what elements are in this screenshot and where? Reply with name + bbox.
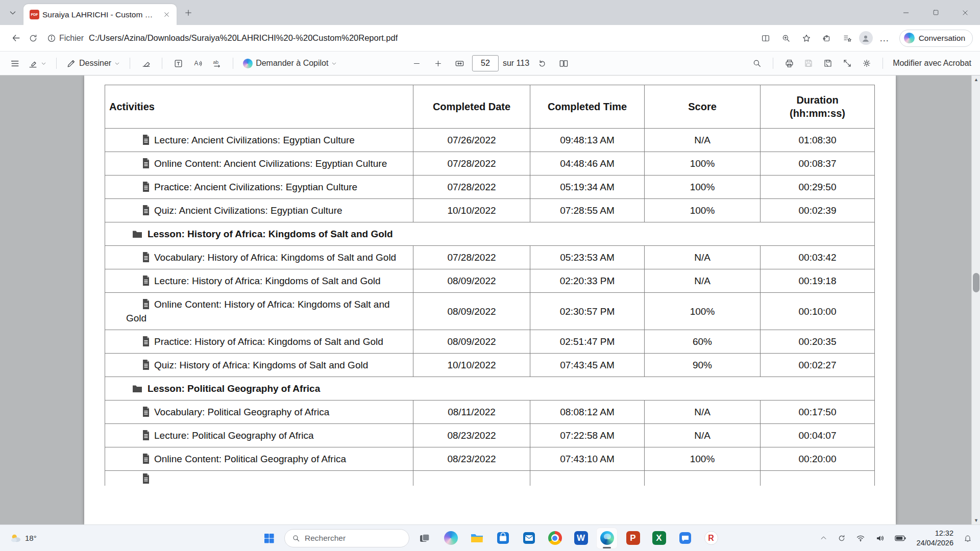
back-button[interactable] [7, 30, 24, 47]
completed-date-cell: 07/28/2022 [413, 152, 530, 176]
pdf-scrollbar[interactable]: ▲ ▼ [971, 76, 980, 524]
task-view-button[interactable] [414, 528, 435, 549]
minimize-icon [902, 9, 910, 16]
clock-time: 12:32 [916, 529, 953, 538]
scrollbar-thumb[interactable] [973, 273, 979, 292]
add-text-button[interactable] [169, 55, 187, 72]
read-aloud-button[interactable]: A [189, 55, 206, 72]
clock[interactable]: 12:32 24/04/2026 [914, 528, 955, 548]
document-icon [142, 299, 150, 309]
rotate-button[interactable] [533, 55, 551, 72]
volume-button[interactable] [873, 532, 887, 544]
zoom-button[interactable] [777, 30, 795, 47]
hidden-icons-button[interactable] [818, 532, 829, 544]
battery-button[interactable] [893, 533, 908, 544]
split-screen-button[interactable] [757, 30, 774, 47]
completed-date-cell: 08/23/2022 [413, 424, 530, 447]
wifi-icon [856, 534, 865, 542]
edge-button[interactable] [596, 528, 618, 549]
profile-avatar[interactable] [859, 31, 873, 45]
search-document-button[interactable] [748, 55, 766, 72]
split-screen-icon [761, 34, 770, 43]
save-as-button[interactable] [819, 55, 837, 72]
completed-date-cell: 10/10/2022 [413, 199, 530, 222]
save-button[interactable] [800, 55, 817, 72]
page-view-button[interactable] [555, 55, 572, 72]
favorites-button[interactable] [798, 30, 815, 47]
completed-date-cell: 07/28/2022 [413, 176, 530, 199]
weather-widget-button[interactable]: 18° [6, 531, 41, 545]
url-field[interactable]: Fichier C:/Users/Azina/Downloads/Suraiya… [47, 33, 757, 43]
refresh-icon [29, 34, 38, 43]
zoom-in-button[interactable] [429, 55, 447, 72]
print-button[interactable] [780, 55, 798, 72]
extensions-button[interactable] [818, 30, 836, 47]
edit-with-acrobat-button[interactable]: Modifier avec Acrobat [890, 55, 974, 72]
activity-name: Practice: History of Africa: Kingdoms of… [154, 336, 383, 347]
pdf-settings-button[interactable] [858, 55, 875, 72]
refresh-button[interactable] [24, 30, 42, 47]
page-count-label: sur 113 [503, 59, 529, 68]
close-window-button[interactable] [950, 0, 980, 25]
taskbar-search-button[interactable]: Rechercher [284, 529, 409, 547]
save-icon [804, 59, 813, 68]
copilot-icon [243, 59, 253, 68]
excel-button[interactable]: X [648, 528, 670, 549]
minimize-button[interactable] [891, 0, 921, 25]
tab-actions-menu-button[interactable] [4, 4, 21, 21]
settings-more-button[interactable]: … [876, 30, 893, 47]
highlight-button[interactable] [26, 55, 49, 72]
score-cell: 100% [645, 447, 761, 471]
eraser-icon [141, 59, 151, 68]
draw-button[interactable]: Dessiner [64, 55, 122, 72]
score-cell: 100% [645, 293, 761, 330]
copilot-app-button[interactable] [440, 528, 461, 549]
tab-close-button[interactable] [160, 9, 173, 21]
start-button[interactable] [258, 528, 280, 549]
maximize-button[interactable] [921, 0, 950, 25]
scroll-down-arrow[interactable]: ▼ [972, 516, 980, 524]
outlook-button[interactable] [518, 528, 540, 549]
network-button[interactable] [854, 532, 867, 544]
powerpoint-button[interactable]: P [622, 528, 644, 549]
new-tab-button[interactable] [180, 4, 197, 21]
fullscreen-button[interactable] [839, 55, 856, 72]
copilot-conversation-button[interactable]: Conversation [899, 30, 973, 47]
chrome-button[interactable] [544, 528, 566, 549]
word-button[interactable]: W [570, 528, 592, 549]
zoom-out-button[interactable] [408, 55, 425, 72]
duration-cell: 00:20:35 [761, 330, 875, 354]
document-icon [142, 473, 150, 484]
weather-temperature: 18° [25, 534, 37, 542]
r-app-button[interactable]: R [700, 528, 722, 549]
header-score: Score [645, 85, 761, 129]
gear-icon [862, 59, 871, 68]
duration-cell [761, 471, 875, 486]
file-explorer-button[interactable] [466, 528, 487, 549]
browser-tab[interactable]: PDF Suraiya LAHRICHI - Custom Report [23, 4, 177, 25]
page-view-icon [559, 59, 569, 68]
document-icon [142, 276, 150, 286]
document-icon [142, 205, 150, 215]
completed-time-cell: 07:43:45 AM [530, 354, 645, 377]
fit-width-button[interactable] [451, 55, 468, 72]
notifications-button[interactable] [962, 532, 974, 544]
update-tray-button[interactable] [836, 532, 848, 544]
search-icon [292, 534, 300, 542]
microsoft-store-button[interactable] [492, 528, 513, 549]
erase-button[interactable] [137, 55, 155, 72]
completed-time-cell: 02:51:47 PM [530, 330, 645, 354]
scroll-up-arrow[interactable]: ▲ [972, 76, 980, 84]
address-bar-actions: … Conversation [757, 30, 973, 47]
chat-app-button[interactable] [674, 528, 696, 549]
ask-copilot-button[interactable]: Demander à Copilot [240, 55, 339, 72]
completed-time-cell: 09:48:13 AM [530, 129, 645, 152]
translate-button[interactable]: ab [208, 55, 226, 72]
taskbar: 18° Rechercher [0, 524, 980, 551]
favorites-bar-button[interactable] [839, 30, 856, 47]
page-number-input[interactable] [472, 55, 499, 71]
favorites-bar-icon [843, 34, 852, 43]
page-info-icon[interactable] [47, 34, 56, 43]
toc-menu-button[interactable] [6, 55, 23, 72]
score-cell: N/A [645, 129, 761, 152]
